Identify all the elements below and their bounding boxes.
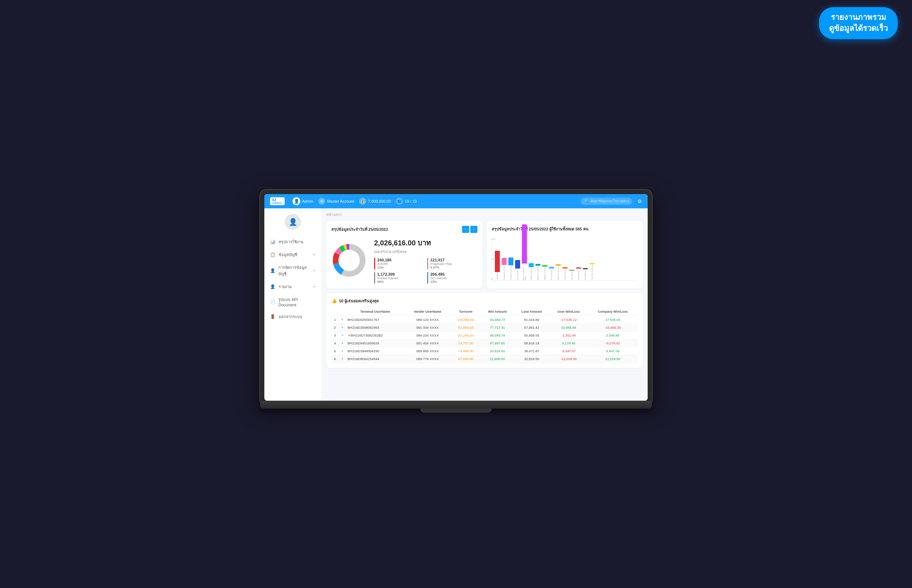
bar bbox=[515, 260, 520, 268]
account-icon: ⚙ bbox=[318, 198, 325, 205]
logo-box: X2 TERMINAL bbox=[270, 197, 285, 205]
bar-group: Pragmatic Play bbox=[501, 258, 506, 280]
donut-chart bbox=[331, 242, 367, 278]
logout-icon: 🚪 bbox=[270, 314, 276, 319]
expand-button[interactable]: + bbox=[341, 357, 343, 361]
stat-item: 1,172,309 Pocket Games 58% bbox=[374, 272, 424, 283]
sidebar-item-logout[interactable]: 🚪 ออกจากระบบ bbox=[264, 310, 321, 323]
expand-button[interactable]: + bbox=[341, 318, 343, 321]
bar-label: DreamTech bbox=[577, 269, 580, 280]
header-sessions: 👥 19 / 19 bbox=[396, 198, 417, 205]
bar bbox=[501, 258, 506, 265]
account-info-icon: 📋 bbox=[270, 252, 276, 257]
stat-item: 121,017 Pragmatic Play 5.97% bbox=[427, 258, 477, 269]
table-body: 1 + BH216D0255931767 089-123 XXXX 104,96… bbox=[331, 315, 638, 363]
sidebar-avatar: 👤 bbox=[285, 214, 301, 230]
next-button[interactable]: › bbox=[470, 226, 477, 233]
laptop-screen: X2 TERMINAL 👤 Admin ⚙ Master Account 💰 7… bbox=[264, 194, 648, 401]
bar bbox=[495, 251, 500, 273]
bar-label: Relax Gaming bbox=[537, 267, 539, 280]
bar bbox=[569, 270, 574, 271]
bar-label: Pragmatic Play bbox=[503, 266, 505, 280]
bar bbox=[556, 264, 561, 266]
bar bbox=[508, 257, 513, 265]
bar-group: AE Sexy bbox=[569, 270, 574, 280]
bar bbox=[590, 263, 595, 264]
bar-group: NoLimit Game bbox=[556, 264, 561, 280]
bar-label: NoLimit Game bbox=[557, 267, 559, 280]
bar bbox=[576, 268, 581, 268]
bar-group: JOKER bbox=[495, 251, 500, 280]
table-row: 5 + BH216D3948054290 089-865 XXXX 74,498… bbox=[331, 347, 638, 355]
prev-button[interactable]: ‹ bbox=[462, 226, 469, 233]
table-row: 2 + BH216D2008062993 081-334 XXXX 82,694… bbox=[331, 323, 638, 331]
sidebar-avatar-area: 👤 bbox=[264, 214, 321, 230]
table-row: 6 + BH216D8064154544 089-776 XXXX 67,030… bbox=[331, 355, 638, 363]
summary-left-card: สรุปข้อมูลประจำวันที่ 25/05/2022 ‹ › bbox=[326, 221, 482, 289]
bar bbox=[522, 225, 527, 263]
api-icon: 📄 bbox=[270, 299, 275, 304]
bar-label: KA Gaming bbox=[550, 269, 553, 280]
table-row: 4 + BH216D9451939639 081-454 XXXX 74,757… bbox=[331, 339, 638, 347]
expand-button[interactable]: + bbox=[341, 349, 343, 353]
bar-group: CQ9 Game bbox=[563, 267, 568, 280]
summary-right-header: สรุปข้อมูลประจำวันที่ 25/05/2022 ผู้ใช้ง… bbox=[492, 226, 638, 232]
sidebar-item-api[interactable]: 📄 รูปแบบ API Document bbox=[264, 293, 321, 310]
sidebar-item-account-mgmt[interactable]: 👤 การจัดการข้อมูลบัญชี ▼ bbox=[264, 261, 321, 280]
bar-chart-area: 400 200 0 JOKER Pragmatic Play Pocket Ga… bbox=[492, 238, 638, 281]
bar-label: JDB Gaming bbox=[530, 268, 532, 280]
thumbsup-icon: 👍 bbox=[331, 298, 337, 304]
app-header: X2 TERMINAL 👤 Admin ⚙ Master Account 💰 7… bbox=[264, 194, 648, 208]
bar-group: JILI Games bbox=[515, 260, 520, 280]
expand-button[interactable]: + bbox=[341, 341, 343, 345]
bar-label: JOKER bbox=[496, 273, 498, 280]
table-header: Terminal UserName Vender UserName Turnov… bbox=[331, 308, 638, 316]
bar-label: Pocket Games bbox=[510, 266, 512, 280]
header-balance: 💰 7,000,000.00 bbox=[359, 198, 391, 205]
bar-label: CQ9 Game bbox=[564, 269, 566, 280]
header-search[interactable]: 🔍 ค้นหาข้อมูลและโรบางอย่าง bbox=[581, 198, 632, 205]
badge-line2: ดูข้อมูลได้รวดเร็ว bbox=[829, 23, 888, 34]
expand-button[interactable]: + bbox=[341, 326, 343, 330]
search-icon: 🔍 bbox=[584, 199, 589, 203]
bar bbox=[549, 267, 554, 269]
sidebar-item-usage[interactable]: 📊 สรุปการใช้งาน bbox=[264, 236, 321, 248]
star-icon: ★ bbox=[348, 333, 351, 337]
bar-group: KA Gaming bbox=[549, 267, 554, 280]
settings-icon[interactable]: ⚙ bbox=[637, 199, 642, 204]
avatar: 👤 bbox=[293, 197, 300, 205]
promo-badge: รายงานภาพรวม ดูข้อมูลได้รวดเร็ว bbox=[819, 7, 898, 39]
chevron-down-icon-2: ▼ bbox=[312, 269, 315, 273]
stat-item: 240,186 JOKER 12% bbox=[374, 258, 424, 269]
balance-icon: 💰 bbox=[359, 198, 366, 205]
bar-label: FaChai Gaming bbox=[591, 265, 593, 280]
bar-label: AE Sexy bbox=[571, 272, 573, 280]
report-icon: 👤 bbox=[270, 284, 276, 289]
y-labels: 400 200 0 bbox=[491, 238, 496, 280]
svg-point-7 bbox=[340, 251, 358, 270]
breadcrumb: หน้าแรก / bbox=[326, 212, 643, 217]
app-body: 👤 📊 สรุปการใช้งาน 📋 ข้อมูลบัญชี ▼ 👤 การจ… bbox=[264, 208, 648, 401]
nav-buttons: ‹ › bbox=[462, 226, 477, 233]
stat-item: 266,495 JILI Games 13% bbox=[427, 272, 477, 283]
dashboard-grid: สรุปข้อมูลประจำวันที่ 25/05/2022 ‹ › bbox=[326, 221, 643, 289]
bar-group: Pocket Games bbox=[508, 257, 513, 280]
bar bbox=[535, 264, 540, 266]
sessions-icon: 👥 bbox=[396, 198, 403, 205]
top50-card: 👍 50 ผู้เล่นยอดเทรินสูงสุด Terminal User… bbox=[326, 293, 643, 368]
usage-icon: 📊 bbox=[270, 239, 276, 244]
stat-grid: 240,186 JOKER 12%121,017 Pragmatic Play … bbox=[374, 258, 477, 283]
bar-group: KingMaker bbox=[583, 268, 588, 280]
sidebar-item-account-info[interactable]: 📋 ข้อมูลบัญชี ▼ bbox=[264, 248, 321, 261]
bar-label: JILI Games bbox=[517, 269, 519, 280]
bar-group: Spade Game bbox=[542, 265, 547, 280]
bar-group: Relax Gaming bbox=[535, 264, 540, 280]
bar-label: Micro Gaming (MG… bbox=[522, 264, 527, 280]
summary-left-title: สรุปข้อมูลประจำวันที่ 25/05/2022 bbox=[331, 226, 388, 233]
sidebar: 👤 📊 สรุปการใช้งาน 📋 ข้อมูลบัญชี ▼ 👤 การจ… bbox=[264, 208, 321, 401]
expand-button[interactable]: + bbox=[341, 333, 343, 337]
laptop-frame: X2 TERMINAL 👤 Admin ⚙ Master Account 💰 7… bbox=[260, 190, 652, 413]
summary-right-title: สรุปข้อมูลประจำวันที่ 25/05/2022 ผู้ใช้ง… bbox=[492, 226, 589, 232]
table-row: 3 + ★BH216D73082262B2 084-234 XXXX 82,24… bbox=[331, 331, 638, 339]
sidebar-item-report[interactable]: 👤 รายงาน ▼ bbox=[264, 280, 321, 293]
